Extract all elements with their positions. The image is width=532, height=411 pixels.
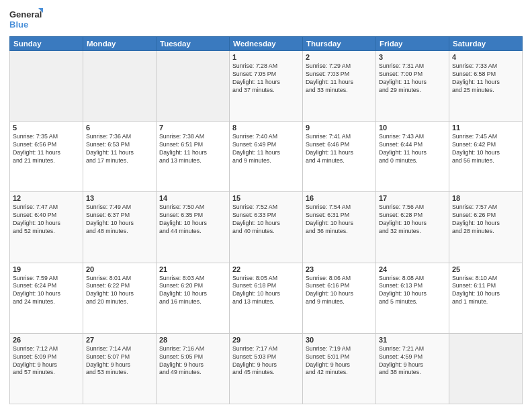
calendar-cell: 18Sunrise: 7:57 AMSunset: 6:26 PMDayligh…: [449, 192, 523, 263]
day-info: Sunrise: 7:56 AMSunset: 6:28 PMDaylight:…: [379, 203, 446, 236]
calendar-cell: 1Sunrise: 7:28 AMSunset: 7:05 PMDaylight…: [230, 51, 303, 122]
day-info: Sunrise: 8:05 AMSunset: 6:18 PMDaylight:…: [232, 275, 300, 307]
day-number: 30: [306, 336, 373, 344]
day-number: 19: [13, 265, 80, 273]
calendar-cell: [157, 51, 230, 122]
calendar-cell: 26Sunrise: 7:12 AMSunset: 5:09 PMDayligh…: [10, 333, 83, 404]
calendar-cell: 21Sunrise: 8:03 AMSunset: 6:20 PMDayligh…: [157, 263, 230, 333]
calendar-cell: 7Sunrise: 7:38 AMSunset: 6:51 PMDaylight…: [157, 122, 230, 192]
dow-header-friday: Friday: [376, 37, 449, 51]
day-info: Sunrise: 8:10 AMSunset: 6:11 PMDaylight:…: [452, 275, 519, 307]
day-number: 26: [13, 336, 80, 344]
day-info: Sunrise: 7:41 AMSunset: 6:46 PMDaylight:…: [306, 133, 373, 165]
calendar-cell: 16Sunrise: 7:54 AMSunset: 6:31 PMDayligh…: [303, 192, 376, 263]
day-info: Sunrise: 8:03 AMSunset: 6:20 PMDaylight:…: [159, 275, 226, 307]
calendar-cell: 17Sunrise: 7:56 AMSunset: 6:28 PMDayligh…: [376, 192, 449, 263]
day-info: Sunrise: 7:59 AMSunset: 6:24 PMDaylight:…: [13, 275, 80, 307]
calendar-cell: 22Sunrise: 8:05 AMSunset: 6:18 PMDayligh…: [230, 263, 303, 333]
day-number: 24: [379, 265, 446, 273]
day-number: 18: [452, 194, 519, 202]
day-info: Sunrise: 7:52 AMSunset: 6:33 PMDaylight:…: [232, 203, 300, 236]
header: General Blue: [9, 7, 523, 31]
calendar-cell: 11Sunrise: 7:45 AMSunset: 6:42 PMDayligh…: [449, 122, 523, 192]
calendar-cell: 19Sunrise: 7:59 AMSunset: 6:24 PMDayligh…: [10, 263, 83, 333]
day-info: Sunrise: 8:01 AMSunset: 6:22 PMDaylight:…: [86, 275, 153, 307]
calendar-cell: 9Sunrise: 7:41 AMSunset: 6:46 PMDaylight…: [303, 122, 376, 192]
dow-header-sunday: Sunday: [10, 37, 83, 51]
calendar-cell: 13Sunrise: 7:49 AMSunset: 6:37 PMDayligh…: [83, 192, 157, 263]
day-number: 3: [379, 53, 446, 61]
day-number: 7: [159, 124, 226, 132]
calendar-cell: 28Sunrise: 7:16 AMSunset: 5:05 PMDayligh…: [157, 333, 230, 404]
day-info: Sunrise: 7:47 AMSunset: 6:40 PMDaylight:…: [13, 203, 80, 236]
day-number: 5: [13, 124, 80, 132]
day-info: Sunrise: 7:17 AMSunset: 5:03 PMDaylight:…: [232, 345, 300, 377]
calendar-cell: 3Sunrise: 7:31 AMSunset: 7:00 PMDaylight…: [376, 51, 449, 122]
logo-svg: General Blue: [9, 7, 43, 31]
day-info: Sunrise: 7:12 AMSunset: 5:09 PMDaylight:…: [13, 345, 80, 377]
calendar-cell: [83, 51, 157, 122]
day-info: Sunrise: 7:35 AMSunset: 6:56 PMDaylight:…: [13, 133, 80, 165]
day-info: Sunrise: 7:29 AMSunset: 7:03 PMDaylight:…: [306, 62, 373, 95]
calendar-cell: 29Sunrise: 7:17 AMSunset: 5:03 PMDayligh…: [230, 333, 303, 404]
day-number: 14: [159, 194, 226, 202]
day-number: 17: [379, 194, 446, 202]
day-number: 27: [86, 336, 153, 344]
calendar-cell: 20Sunrise: 8:01 AMSunset: 6:22 PMDayligh…: [83, 263, 157, 333]
day-number: 11: [452, 124, 519, 132]
day-number: 25: [452, 265, 519, 273]
dow-header-saturday: Saturday: [449, 37, 523, 51]
calendar-cell: 31Sunrise: 7:21 AMSunset: 4:59 PMDayligh…: [376, 333, 449, 404]
day-info: Sunrise: 7:38 AMSunset: 6:51 PMDaylight:…: [159, 133, 226, 165]
svg-text:Blue: Blue: [9, 19, 28, 30]
calendar-cell: 2Sunrise: 7:29 AMSunset: 7:03 PMDaylight…: [303, 51, 376, 122]
calendar-cell: 30Sunrise: 7:19 AMSunset: 5:01 PMDayligh…: [303, 333, 376, 404]
day-number: 9: [306, 124, 373, 132]
dow-header-tuesday: Tuesday: [157, 37, 230, 51]
day-number: 20: [86, 265, 153, 273]
day-number: 13: [86, 194, 153, 202]
calendar-cell: 24Sunrise: 8:08 AMSunset: 6:13 PMDayligh…: [376, 263, 449, 333]
calendar-cell: [10, 51, 83, 122]
day-info: Sunrise: 8:08 AMSunset: 6:13 PMDaylight:…: [379, 275, 446, 307]
day-info: Sunrise: 7:49 AMSunset: 6:37 PMDaylight:…: [86, 203, 153, 236]
day-info: Sunrise: 7:43 AMSunset: 6:44 PMDaylight:…: [379, 133, 446, 165]
calendar-cell: 23Sunrise: 8:06 AMSunset: 6:16 PMDayligh…: [303, 263, 376, 333]
calendar-cell: 8Sunrise: 7:40 AMSunset: 6:49 PMDaylight…: [230, 122, 303, 192]
day-info: Sunrise: 7:28 AMSunset: 7:05 PMDaylight:…: [232, 62, 300, 95]
day-info: Sunrise: 8:06 AMSunset: 6:16 PMDaylight:…: [306, 275, 373, 307]
calendar-cell: 25Sunrise: 8:10 AMSunset: 6:11 PMDayligh…: [449, 263, 523, 333]
day-number: 22: [232, 265, 300, 273]
day-number: 2: [306, 53, 373, 61]
day-info: Sunrise: 7:14 AMSunset: 5:07 PMDaylight:…: [86, 345, 153, 377]
calendar-cell: 6Sunrise: 7:36 AMSunset: 6:53 PMDaylight…: [83, 122, 157, 192]
day-info: Sunrise: 7:16 AMSunset: 5:05 PMDaylight:…: [159, 345, 226, 377]
page: General Blue SundayMondayTuesdayWednesda…: [0, 0, 532, 411]
day-number: 1: [232, 53, 300, 61]
day-info: Sunrise: 7:31 AMSunset: 7:00 PMDaylight:…: [379, 62, 446, 95]
day-info: Sunrise: 7:21 AMSunset: 4:59 PMDaylight:…: [379, 345, 446, 377]
day-info: Sunrise: 7:19 AMSunset: 5:01 PMDaylight:…: [306, 345, 373, 377]
svg-text:General: General: [9, 9, 42, 19]
day-number: 4: [452, 53, 519, 61]
day-info: Sunrise: 7:54 AMSunset: 6:31 PMDaylight:…: [306, 203, 373, 236]
calendar-cell: 5Sunrise: 7:35 AMSunset: 6:56 PMDaylight…: [10, 122, 83, 192]
day-number: 10: [379, 124, 446, 132]
day-info: Sunrise: 7:50 AMSunset: 6:35 PMDaylight:…: [159, 203, 226, 236]
day-info: Sunrise: 7:45 AMSunset: 6:42 PMDaylight:…: [452, 133, 519, 165]
day-number: 15: [232, 194, 300, 202]
day-number: 6: [86, 124, 153, 132]
calendar-cell: [449, 333, 523, 404]
day-info: Sunrise: 7:36 AMSunset: 6:53 PMDaylight:…: [86, 133, 153, 165]
day-number: 31: [379, 336, 446, 344]
dow-header-monday: Monday: [83, 37, 157, 51]
calendar-cell: 10Sunrise: 7:43 AMSunset: 6:44 PMDayligh…: [376, 122, 449, 192]
day-number: 21: [159, 265, 226, 273]
day-info: Sunrise: 7:57 AMSunset: 6:26 PMDaylight:…: [452, 203, 519, 236]
day-number: 8: [232, 124, 300, 132]
logo: General Blue: [9, 7, 43, 31]
calendar-cell: 27Sunrise: 7:14 AMSunset: 5:07 PMDayligh…: [83, 333, 157, 404]
day-number: 29: [232, 336, 300, 344]
calendar-cell: 4Sunrise: 7:33 AMSunset: 6:58 PMDaylight…: [449, 51, 523, 122]
day-number: 28: [159, 336, 226, 344]
